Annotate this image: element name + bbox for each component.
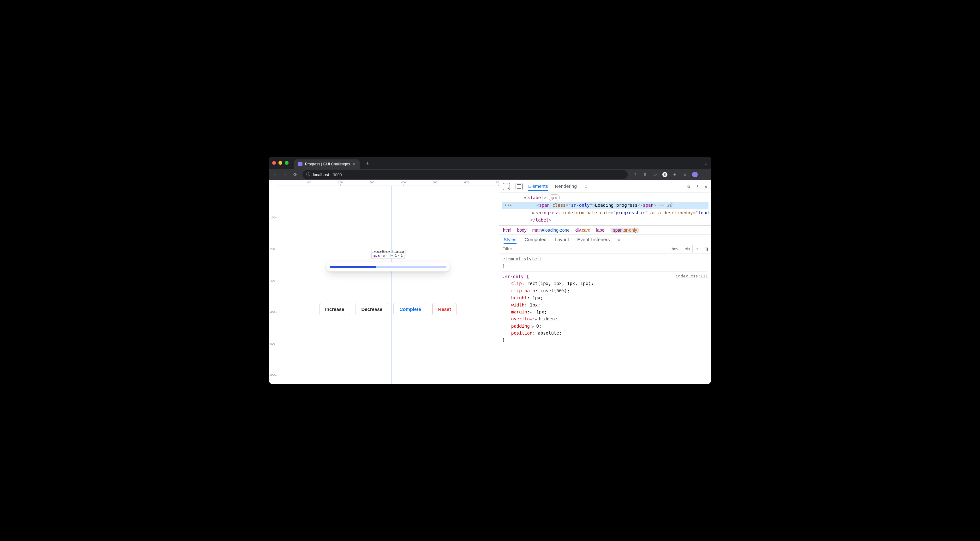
titlebar: Progress | GUI Challenges ✕ ＋ ⌄ (269, 157, 711, 169)
share-icon[interactable]: ⇧ (642, 172, 648, 177)
ruler-h-label: 700 (496, 181, 499, 184)
tab-styles[interactable]: Styles (504, 237, 517, 244)
tab-elements[interactable]: Elements (528, 182, 548, 191)
browser-tab[interactable]: Progress | GUI Challenges ✕ (294, 159, 360, 169)
progress-card: span.sr-only 1 × 1 (326, 262, 450, 271)
ruler-vertical: 100200300400500600 (269, 186, 277, 384)
profile-avatar-icon[interactable] (692, 172, 698, 177)
breadcrumb-item[interactable]: span.sr-only (611, 228, 639, 232)
reload-icon[interactable]: ⟳ (292, 172, 298, 177)
breadcrumbs: htmlbodymain#loading-zonediv.cardlabelsp… (499, 225, 711, 234)
breadcrumb-item[interactable]: label (596, 228, 606, 232)
url-host: localhost (313, 172, 329, 177)
extension-icon[interactable] (662, 172, 667, 177)
styles-filter-row: :hov .cls ＋ ◨ (499, 244, 711, 253)
tab-layout[interactable]: Layout (555, 237, 569, 242)
styles-tabs: Styles Computed Layout Event Listeners » (499, 234, 711, 244)
sidebar-toggle-icon[interactable]: ◨ (702, 245, 711, 253)
page-main: Loading Level span.sr-only 1 × 1 Increas… (277, 186, 499, 384)
nav-forward-icon[interactable]: → (282, 172, 288, 177)
inspect-tooltip: span.sr-only 1 × 1 (371, 253, 405, 258)
progress-fill (329, 266, 376, 268)
extensions-puzzle-icon[interactable]: ✦ (672, 172, 678, 177)
window-controls (272, 161, 289, 165)
nav-back-icon[interactable]: ← (272, 172, 278, 177)
breadcrumb-item[interactable]: div.card (575, 228, 590, 232)
styles-filter-input[interactable] (499, 244, 668, 253)
ruler-v-label: 200 (270, 247, 275, 251)
styles-tabs-more-icon[interactable]: » (618, 237, 621, 242)
new-rule-button[interactable]: ＋ (692, 245, 702, 253)
inspect-element-icon[interactable] (503, 183, 510, 190)
maximize-window-button[interactable] (285, 161, 289, 165)
complete-button[interactable]: Complete (393, 303, 427, 315)
ruler-h-label: 500 (433, 181, 437, 184)
dom-tree[interactable]: ▼<label> grid•••<span class="sr-only">Lo… (499, 193, 711, 225)
breadcrumb-item[interactable]: body (517, 228, 526, 232)
ruler-h-label: 200 (338, 181, 342, 184)
browser-window: Progress | GUI Challenges ✕ ＋ ⌄ ← → ⟳ ⓘ … (269, 157, 711, 384)
close-devtools-icon[interactable]: ✕ (705, 184, 707, 189)
tooltip-class: .sr-only (382, 253, 393, 257)
tooltip-tag: span (374, 253, 382, 257)
ruler-v-label: 400 (270, 310, 275, 314)
tab-computed[interactable]: Computed (525, 237, 547, 242)
site-info-icon[interactable]: ⓘ (306, 172, 310, 177)
hov-toggle[interactable]: :hov (668, 245, 681, 253)
open-external-icon[interactable]: ⤴ (632, 172, 638, 177)
decrease-button[interactable]: Decrease (355, 303, 388, 315)
controls-row: Increase Decrease Complete Reset (319, 303, 457, 315)
devtools-tabs: Elements Rendering » (528, 182, 587, 191)
bookmark-icon[interactable]: ☆ (652, 172, 658, 177)
devtools-toolbar: Elements Rendering » ⚙ ⋮ ✕ (499, 180, 711, 193)
reset-button[interactable]: Reset (432, 303, 457, 315)
browser-menu-icon[interactable]: ⋮ (702, 172, 708, 177)
toolbar-right: ⤴ ⇧ ☆ ✦ ≡ ⋮ (632, 172, 708, 177)
ruler-horizontal: 100200300400500600700 (277, 180, 499, 186)
tab-event-listeners[interactable]: Event Listeners (577, 237, 610, 242)
breadcrumb-item[interactable]: main#loading-zone (532, 228, 570, 232)
progress-track (329, 266, 446, 268)
cls-toggle[interactable]: .cls (681, 245, 693, 253)
content-area: 100200300400500600700 100200300400500600… (269, 180, 711, 384)
ruler-h-label: 600 (464, 181, 469, 184)
progress-pill (326, 262, 450, 271)
new-tab-button[interactable]: ＋ (365, 159, 370, 167)
ruler-v-label: 100 (270, 216, 275, 219)
close-window-button[interactable] (272, 161, 276, 165)
ruler-v-label: 500 (270, 342, 275, 345)
tab-rendering[interactable]: Rendering (555, 182, 577, 191)
tabs-more-icon[interactable]: » (585, 182, 587, 191)
breadcrumb-item[interactable]: html (503, 228, 511, 232)
close-tab-icon[interactable]: ✕ (353, 162, 356, 166)
kebab-menu-icon[interactable]: ⋮ (695, 184, 700, 189)
ruler-h-label: 300 (369, 181, 374, 184)
tabs-overflow-icon[interactable]: ⌄ (704, 160, 708, 166)
favicon-icon (298, 162, 302, 166)
device-toggle-icon[interactable] (515, 183, 522, 190)
ruler-h-label: 100 (306, 181, 311, 184)
ruler-v-label: 600 (270, 374, 275, 377)
devtools-panel: Elements Rendering » ⚙ ⋮ ✕ ▼<label> grid… (499, 180, 711, 384)
increase-button[interactable]: Increase (319, 303, 350, 315)
settings-icon[interactable]: ⚙ (687, 184, 690, 189)
tab-title: Progress | GUI Challenges (305, 162, 350, 166)
address-bar: ← → ⟳ ⓘ localhost:3000 ⤴ ⇧ ☆ ✦ ≡ ⋮ (269, 169, 711, 180)
ruler-v-label: 300 (270, 279, 275, 282)
url-port: :3000 (331, 172, 342, 177)
reading-list-icon[interactable]: ≡ (682, 172, 688, 177)
ruler-h-label: 400 (401, 181, 406, 184)
url-field[interactable]: ⓘ localhost:3000 (302, 170, 628, 179)
rendered-page: 100200300400500600700 100200300400500600… (269, 180, 499, 384)
minimize-window-button[interactable] (278, 161, 282, 165)
styles-pane[interactable]: element.style {}.sr-only {index.css:111c… (499, 253, 711, 384)
tooltip-dims: 1 × 1 (395, 253, 403, 257)
